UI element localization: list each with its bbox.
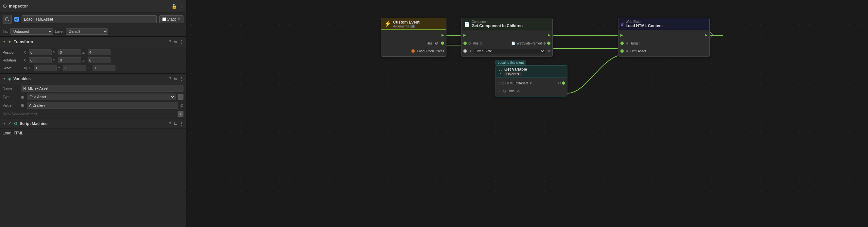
var-type-key: Type <box>3 95 19 99</box>
pos-x-input[interactable] <box>29 50 52 55</box>
pos-z-input[interactable] <box>88 50 111 55</box>
web-slate-body: # Target # Html Asset <box>618 30 709 56</box>
script-machine-chevron[interactable]: ▼ <box>3 122 6 125</box>
menu-icon[interactable]: ⋮ <box>179 4 184 9</box>
scale-z-input[interactable] <box>93 65 116 71</box>
var-value-input[interactable] <box>27 102 178 108</box>
var-type-select[interactable]: Text Asset <box>27 94 176 100</box>
custom-event-title: Custom Event <box>393 20 420 25</box>
gc-webslate-icon: 📄 <box>511 41 515 45</box>
variables-help-icon[interactable]: ? <box>169 76 171 81</box>
rot-y-input[interactable] <box>58 57 81 63</box>
variables-menu-icon[interactable]: ⋮ <box>180 76 184 81</box>
gv-left-pin[interactable] <box>498 82 500 85</box>
add-variable-button[interactable]: + <box>178 111 184 117</box>
graph-panel[interactable]: ⚡ Custom Event Arguments 0 This ⊙ <box>186 0 868 227</box>
exec-out-pin[interactable] <box>441 34 444 37</box>
gc-exec-in-pin[interactable] <box>463 34 466 37</box>
var-name-input[interactable] <box>21 85 184 92</box>
game-object-row: ⬡ Static ▼ <box>0 12 186 26</box>
gv-out-pin[interactable] <box>562 82 565 85</box>
node-custom-event: ⚡ Custom Event Arguments 0 This ⊙ <box>381 18 446 57</box>
transform-link-icon[interactable]: ⇆ <box>174 40 177 44</box>
value-target-icon[interactable]: ⊙ <box>180 103 184 108</box>
rot-z-label: Z <box>83 58 86 62</box>
loadbtn-out-pin-left[interactable] <box>411 50 415 53</box>
this-out-pin[interactable] <box>441 41 444 45</box>
script-machine-section: ▼ ✓ ⛭ Script Machine ? ⇆ ⋮ Load HTML <box>0 119 186 227</box>
ws-exec-in-pin[interactable] <box>620 34 623 37</box>
gc-webslate-target[interactable]: ⊙ <box>543 41 546 45</box>
inspector-icon: ⊙ <box>3 3 7 9</box>
get-variable-header: ⬡ Get Variable Object ▼ <box>496 66 567 78</box>
gc-expand-icon[interactable]: ⊕ <box>548 50 551 53</box>
pos-y-label: Y <box>53 51 57 54</box>
var-type-row: Type ▣ Text Asset − <box>0 93 186 101</box>
rotation-row: Rotation X Y Z <box>0 56 186 64</box>
transform-menu-icon[interactable]: ⋮ <box>180 40 184 44</box>
pos-y-input[interactable] <box>58 50 81 55</box>
game-object-icon: ⬡ <box>3 15 12 24</box>
variables-chevron[interactable]: ▼ <box>3 77 6 80</box>
game-object-active-checkbox[interactable] <box>14 17 19 22</box>
web-slate-header: # Web Slate Load HTML Content <box>618 18 709 30</box>
get-variable-body: ⬡ HTMLTextAsset ▼ ⬡ This ⊙ <box>496 78 567 96</box>
inspector-panel: ⊙ Inspector 🔒 ⋮ ⬡ Static ▼ Tag Untagged … <box>0 0 186 227</box>
ws-htmlasset-icon: # <box>626 50 628 53</box>
scale-y-label: Y <box>58 66 62 70</box>
var-name-row: Name <box>0 84 186 93</box>
transform-chevron[interactable]: ▼ <box>3 40 6 43</box>
script-machine-graph-label: Load HTML <box>3 131 23 135</box>
script-machine-check[interactable]: ✓ <box>8 121 11 126</box>
layer-select[interactable]: Default <box>66 28 108 35</box>
gc-t-pin[interactable] <box>463 50 467 53</box>
ws-exec-out-pin[interactable] <box>705 34 707 37</box>
gc-webslate-type-select[interactable]: Web Slate <box>474 48 545 54</box>
variables-link-icon[interactable]: ⇆ <box>174 76 177 81</box>
static-button[interactable]: Static ▼ <box>159 15 184 23</box>
scale-y-input[interactable] <box>63 65 86 71</box>
static-label: Static <box>167 17 177 22</box>
custom-event-exec-pin-row <box>381 31 446 39</box>
scale-link-icon[interactable]: ⛓ <box>24 66 27 70</box>
tag-select[interactable]: Untagged <box>10 28 53 35</box>
gv-htmltextasset-expand[interactable]: ▼ <box>529 82 532 85</box>
transform-actions: ? ⇆ ⋮ <box>169 40 184 44</box>
static-dropdown-icon[interactable]: ▼ <box>177 17 181 21</box>
get-component-body: ⬡ This ⊙ 📄 WebSlateFramed ⊙ T Web Slate <box>462 30 552 56</box>
gv-this-in-pin[interactable] <box>498 90 500 92</box>
node-get-component: 📄 Component Get Component In Children ⬡ … <box>461 18 553 57</box>
gv-htmltextasset-label: HTMLTextAsset <box>505 82 528 85</box>
gv-mid-pin <box>558 82 561 85</box>
get-variable-object-btn[interactable]: Object ▼ <box>504 72 522 76</box>
ws-target-in-pin[interactable] <box>620 41 624 45</box>
scale-x-input[interactable] <box>34 65 57 71</box>
transform-title: Transform <box>14 40 33 44</box>
pos-x-label: X <box>24 51 28 54</box>
transform-help-icon[interactable]: ? <box>169 40 171 44</box>
gc-this-in-pin[interactable] <box>463 41 467 45</box>
layer-label: Layer <box>55 29 64 33</box>
game-object-name-input[interactable] <box>22 15 157 23</box>
rot-z-input[interactable] <box>88 57 111 63</box>
script-machine-help-icon[interactable]: ? <box>169 121 171 126</box>
remove-variable-button[interactable]: − <box>178 94 184 100</box>
rot-x-input[interactable] <box>29 57 52 63</box>
static-checkbox[interactable] <box>162 17 166 21</box>
web-slate-exec-row <box>618 31 709 39</box>
gc-exec-out-pin[interactable] <box>548 34 551 37</box>
script-machine-menu-icon[interactable]: ⋮ <box>180 121 184 126</box>
ws-target-icon: # <box>626 41 628 45</box>
script-machine-link-icon[interactable]: ⇆ <box>174 121 177 126</box>
script-machine-header: ▼ ✓ ⛭ Script Machine ? ⇆ ⋮ <box>0 119 186 129</box>
gc-webslate-out-pin[interactable] <box>547 41 551 45</box>
custom-event-loadbtn-label: LoadButton_Press <box>417 50 444 53</box>
variables-actions: ? ⇆ ⋮ <box>169 76 184 81</box>
gc-webslate-label: WebSlateFramed <box>517 41 542 45</box>
transform-section-header: ▼ ✦ Transform ? ⇆ ⋮ <box>0 37 186 47</box>
gv-this-target[interactable]: ⊙ <box>517 89 520 93</box>
gc-this-target[interactable]: ⊙ <box>480 41 483 45</box>
ws-htmlasset-in-pin[interactable] <box>620 50 624 53</box>
var-name-key: Name <box>3 86 19 90</box>
lock-icon[interactable]: 🔒 <box>172 4 177 9</box>
